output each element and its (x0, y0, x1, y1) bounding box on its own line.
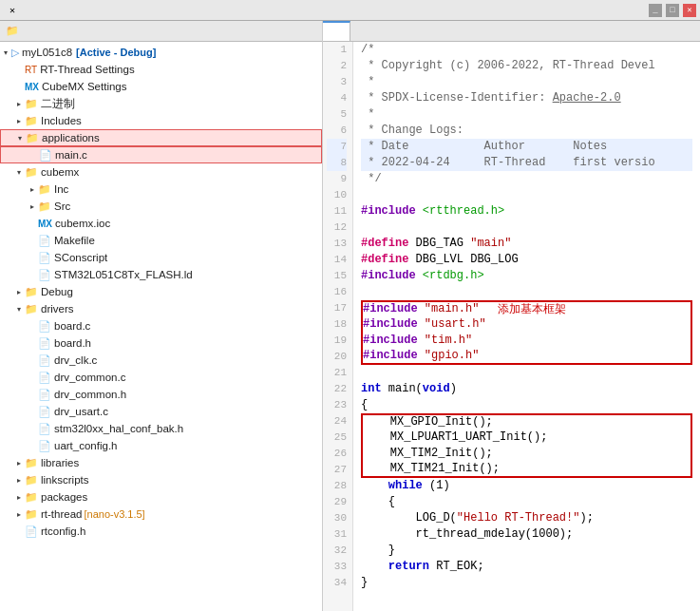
line-num-27: 27 (327, 462, 347, 478)
tree-item-includes[interactable]: ▸📁Includes (0, 112, 322, 129)
tree-item-label: board.c (54, 320, 90, 332)
code-token: "tim.h" (425, 333, 472, 349)
tree-item-uart-config[interactable]: 📄uart_config.h (0, 437, 322, 454)
tree-item-label: rt-thread (41, 508, 82, 520)
line-num-5: 5 (327, 106, 347, 123)
code-token: * 2022-04-24 RT-Thread first versio (361, 155, 655, 171)
code-line-22: int main(void) (361, 381, 692, 397)
code-token: main( (388, 381, 423, 397)
tree-item-packages[interactable]: ▸📁packages (0, 488, 322, 506)
code-token: "Hello RT-Thread!" (457, 510, 580, 526)
tree-item-label: Makefile (54, 235, 95, 246)
code-token: { (361, 494, 395, 510)
tree-item-cubemx-settings[interactable]: MXCubeMX Settings (0, 78, 322, 95)
tree-item-sconscript[interactable]: 📄SConscript (0, 249, 322, 266)
tree-item-label: RT-Thread Settings (40, 64, 135, 75)
line-num-14: 14 (327, 252, 347, 268)
tree-item-libraries[interactable]: ▸📁libraries (0, 454, 322, 471)
tree-item-cubemx-ioc[interactable]: MXcubemx.ioc (0, 215, 322, 232)
code-line-33: return RT_EOK; (361, 559, 692, 575)
tree-arrow: ▸ (13, 100, 25, 108)
code-line-1: /* (361, 42, 692, 58)
line-num-6: 6 (327, 123, 347, 139)
close-icon[interactable]: ✕ (683, 4, 696, 17)
tree-item-drv-usart[interactable]: 📄drv_usart.c (0, 403, 322, 420)
root-icon: ▷ (11, 47, 19, 59)
code-token: void (423, 381, 450, 397)
code-token: * Date Author Notes (361, 139, 607, 155)
tree-item-drv-common-c[interactable]: 📄drv_common.c (0, 369, 322, 386)
file-icon: 📄 (38, 269, 51, 281)
code-token: "usart.h" (425, 316, 486, 333)
tree-item-cubemx[interactable]: ▾📁cubemx (0, 163, 322, 181)
tree-item-linkscripts[interactable]: ▸📁linkscripts (0, 471, 322, 488)
tree-item-label: CubeMX Settings (42, 81, 127, 92)
code-token: MX_LPUART1_UART_Init(); (363, 430, 547, 446)
tree-item-label: uart_config.h (54, 440, 118, 451)
code-line-9: */ (361, 171, 692, 187)
code-token: while (388, 478, 423, 494)
minimize-icon[interactable]: _ (649, 4, 662, 17)
line-num-3: 3 (327, 74, 347, 90)
tree-arrow: ▾ (0, 48, 11, 57)
tree-item-rt-thread-settings[interactable]: RTRT-Thread Settings (0, 61, 322, 78)
code-line-27: MX_TIM21_Init(); (361, 462, 692, 478)
tree-item-inc[interactable]: ▸📁Inc (0, 181, 322, 198)
code-line-5: * (361, 106, 692, 123)
code-line-29: { (361, 494, 692, 510)
tree-item-root[interactable]: ▾▷myL051c8[Active - Debug] (0, 44, 322, 61)
tree-arrow: ▾ (13, 168, 25, 177)
tree-arrow: ▸ (13, 510, 25, 519)
code-token: MX_TIM2_Init(); (363, 446, 493, 462)
folder-icon: 📁 (26, 132, 39, 144)
tree-item-rtconfig[interactable]: 📄rtconfig.h (0, 523, 322, 540)
tree-item-board-c[interactable]: 📄board.c (0, 317, 322, 334)
explorer-close-btn[interactable]: ✕ (9, 5, 15, 16)
file-icon: 📄 (38, 389, 51, 401)
tree-arrow: ▾ (14, 134, 26, 143)
tree-item-src[interactable]: ▸📁Src (0, 198, 322, 215)
tree-item-drv-common-h[interactable]: 📄drv_common.h (0, 386, 322, 403)
code-line-21 (361, 365, 692, 381)
tree-item-label: linkscripts (41, 474, 88, 486)
maximize-icon[interactable]: □ (666, 4, 679, 17)
folder-icon: 📁 (25, 457, 38, 469)
code-token: ) (450, 381, 457, 397)
folder-icon: 📁 (25, 491, 38, 504)
code-token: RT_EOK; (429, 559, 484, 575)
tree-item-binary[interactable]: ▸📁二进制 (0, 95, 322, 112)
code-line-10 (361, 187, 692, 203)
code-token: /* (361, 42, 374, 58)
tree-item-label: packages (41, 491, 87, 503)
tree-item-main-c[interactable]: 📄main.c (0, 146, 322, 163)
tree-item-makefile[interactable]: 📄Makefile (0, 232, 322, 249)
code-content[interactable]: /* * Copyright (c) 2006-2022, RT-Thread … (353, 42, 700, 611)
tree-item-drivers[interactable]: ▾📁drivers (0, 300, 322, 317)
line-num-21: 21 (327, 365, 347, 381)
code-line-17: #include "main.h"添加基本框架 (361, 300, 692, 316)
tree-item-label: rtconfig.h (41, 525, 85, 537)
code-line-32: } (361, 543, 692, 559)
code-token: #include (363, 301, 425, 317)
mx-icon: MX (25, 82, 39, 92)
tree-item-board-h[interactable]: 📄board.h (0, 334, 322, 352)
code-area[interactable]: 1234567891011121314151617181920212223242… (323, 42, 700, 611)
tree-arrow: ▸ (13, 493, 25, 502)
tree-item-drv-clk[interactable]: 📄drv_clk.c (0, 352, 322, 369)
line-num-23: 23 (327, 397, 347, 413)
code-token: * (361, 106, 374, 123)
tree-item-rt-thread[interactable]: ▸📁rt-thread[nano-v3.1.5] (0, 506, 322, 523)
tree-item-label: myL051c8 (22, 47, 72, 58)
tree-item-applications[interactable]: ▾📁applications (0, 129, 322, 146)
code-editor-panel: 1234567891011121314151617181920212223242… (323, 21, 700, 611)
tree-item-debug[interactable]: ▸📁Debug (0, 283, 322, 300)
tree-item-stm32-ld[interactable]: 📄STM32L051C8Tx_FLASH.ld (0, 266, 322, 283)
c-file-icon: 📄 (38, 354, 51, 367)
tree-item-label: drv_usart.c (54, 406, 108, 417)
tree-item-stm32-hal[interactable]: 📄stm32l0xx_hal_conf_bak.h (0, 420, 322, 437)
file-icon: 📄 (38, 235, 51, 247)
tab-main-c[interactable] (323, 21, 350, 41)
tree-arrow: ▸ (27, 202, 38, 211)
tree-arrow: ▸ (13, 459, 25, 468)
code-token: rt_thread_mdelay(1000); (361, 526, 573, 543)
